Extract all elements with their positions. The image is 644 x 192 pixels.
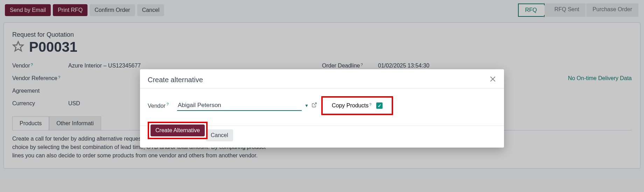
copy-products-label: Copy Products [332,102,369,109]
create-alternative-highlight: Create Alternative [148,122,208,139]
modal-overlay: Create alternative Vendor ? ▼ Copy Produ… [0,0,644,192]
close-icon[interactable] [489,76,496,84]
copy-products-group: Copy Products ? [321,96,393,115]
external-link-icon[interactable] [312,102,317,109]
create-alternative-button[interactable]: Create Alternative [150,125,205,136]
create-alternative-modal: Create alternative Vendor ? ▼ Copy Produ… [140,69,504,148]
help-icon[interactable]: ? [369,102,371,107]
modal-vendor-input[interactable] [177,100,302,111]
dropdown-caret-icon[interactable]: ▼ [304,103,309,108]
modal-vendor-label: Vendor ? [148,102,173,109]
modal-cancel-button[interactable]: Cancel [206,129,233,141]
help-icon[interactable]: ? [166,102,169,106]
copy-products-checkbox[interactable] [376,102,383,109]
modal-title: Create alternative [148,76,203,84]
